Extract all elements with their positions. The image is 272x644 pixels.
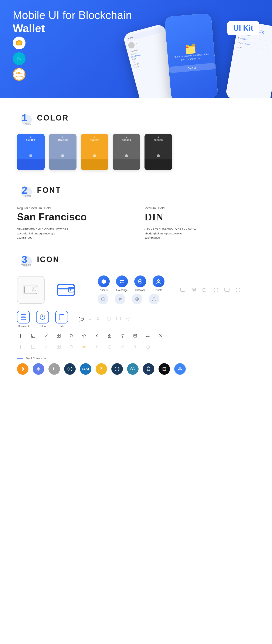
profile-icon-gray: [149, 294, 160, 304]
bubble-sm-icon: [116, 316, 121, 322]
misc-icons-col: i: [179, 286, 242, 293]
svg-text:i: i: [128, 318, 128, 320]
font-sf-upper: ABCDEFGHIJKLMNOPQRSTUVWXYZ: [17, 226, 128, 231]
svg-text:Z: Z: [100, 367, 103, 371]
management-label: Mangment: [18, 325, 29, 327]
nav-icons-row1: Assets Exchange: [98, 276, 164, 292]
svg-rect-40: [116, 317, 120, 320]
back-icon-gray: [94, 344, 100, 350]
order-label: Order: [59, 325, 64, 327]
chat-sm-icon: 💬: [78, 316, 84, 322]
color-swatch-gray-blue: #8DA0C8: [49, 134, 76, 170]
color-number: 1: [22, 113, 28, 123]
font-sf-meta: Regular ' Medium ' Bold: [17, 206, 128, 210]
svg-rect-10: [58, 284, 74, 296]
svg-point-21: [153, 298, 155, 299]
wallet-wireframe-icon: [17, 276, 44, 304]
icon-number-wrap: 3 THREE: [17, 252, 32, 267]
swap-icon: [144, 332, 151, 339]
svg-rect-29: [21, 314, 26, 316]
main-content: 1 ONE COLOR #3574FA #8DA0C8: [0, 98, 272, 400]
svg-rect-51: [57, 336, 58, 338]
assets-icon: [98, 276, 110, 287]
icon-grid-main: Assets Exchange: [17, 276, 255, 304]
phone-middle: 🗂️ Character may be mastered in the good…: [164, 13, 218, 98]
font-number: 2: [22, 185, 28, 195]
bubble-icon: [224, 286, 230, 293]
litecoin-icon: Ł: [48, 363, 60, 375]
circle-icon: [212, 286, 219, 293]
svg-rect-62: [32, 345, 35, 348]
search-icon-gray: [68, 344, 75, 350]
nav-icons-container: Assets Exchange: [94, 276, 164, 304]
stack-icon: [190, 286, 197, 293]
font-section-header: 2 TWO FONT: [17, 183, 255, 198]
wallet-color-icon: [53, 276, 81, 304]
refresh-icon-gray: [106, 344, 113, 350]
hero-section: Mobile UI for Blockchain Wallet UI Kit P…: [0, 0, 272, 98]
misc-small-icons: 💬 ≡ i: [78, 316, 131, 322]
svg-marker-55: [82, 334, 86, 338]
zcash-icon: Z: [96, 363, 107, 375]
management-icon: [17, 311, 30, 324]
svg-rect-65: [57, 347, 58, 348]
font-sf-name: San Francisco: [17, 211, 128, 223]
crystal-icon: [143, 363, 154, 375]
chat-icon: [179, 286, 186, 293]
svg-rect-50: [59, 334, 60, 336]
moon-sm-icon: [97, 316, 101, 322]
grid-coin-icon: [111, 363, 123, 375]
back-icon: [94, 332, 100, 339]
svg-rect-49: [57, 334, 58, 336]
svg-rect-33: [59, 314, 64, 320]
plus-icon-gray: [17, 344, 24, 350]
profile-label: Profile: [155, 289, 162, 292]
history-label: History: [39, 325, 46, 327]
svg-text:₿: ₿: [22, 367, 24, 371]
blockchain-label-row: BlockChain Icon: [17, 357, 255, 360]
nav-icons-row2: [98, 294, 164, 304]
font-din-meta: Medium ' Bold: [144, 206, 255, 210]
ui-kit-badge: UI Kit: [228, 21, 259, 35]
star-icon: [81, 332, 88, 339]
svg-text:i: i: [238, 288, 238, 292]
golem-icon: [158, 363, 170, 375]
svg-text:i: i: [148, 346, 148, 348]
discover-icon-gray: [132, 294, 142, 304]
crypto-icons-row: ₿ Ł DASH Z: [17, 363, 255, 375]
check-icon-gray: [42, 344, 49, 350]
info-sm-icon: i: [126, 316, 131, 322]
stack-sm-icon: ≡: [89, 316, 92, 321]
profile-icon: [152, 276, 164, 287]
svg-rect-11: [58, 284, 74, 289]
exchange-icon-gray: [115, 294, 126, 304]
upload-icon: [132, 332, 138, 339]
history-icon: [36, 311, 49, 324]
blockchain-label: BlockChain Icon: [26, 357, 46, 360]
assets-icon-gray: [98, 294, 108, 304]
svg-rect-22: [180, 288, 185, 292]
color-swatch-dark: #303030: [144, 134, 172, 170]
font-din-block: Medium ' Bold DIN ABCDEFGHIJKLMNOPQRSTUV…: [144, 206, 255, 239]
font-din-nums: 1234567890: [144, 236, 255, 239]
share-icon: [106, 332, 113, 339]
svg-rect-63: [57, 345, 58, 347]
search-icon: [68, 332, 75, 339]
sketch-badge: [13, 36, 26, 49]
star-icon-active: [81, 344, 88, 350]
waves-icon: [127, 363, 138, 375]
icon-section-header: 3 THREE ICON: [17, 252, 255, 267]
font-din-lower: abcdefghijklmnopqrstuvwxyz: [144, 231, 255, 236]
close-icon: [157, 332, 164, 339]
svg-rect-52: [59, 336, 60, 338]
bitcoin-icon: ₿: [17, 363, 28, 375]
color-swatches-container: #3574FA #8DA0C8 #F5A623: [17, 134, 255, 170]
check-icon: [42, 332, 49, 339]
svg-marker-69: [82, 345, 86, 348]
hero-badges: Ps 60+ Screens: [13, 36, 26, 81]
font-din-upper: ABCDEFGHIJKLMNOPQRSTUVWXYZ: [144, 226, 255, 231]
svg-marker-14: [102, 279, 106, 284]
close-icon-gray: [119, 344, 126, 350]
color-number-wrap: 1 ONE: [17, 110, 32, 126]
small-icons-row1: [17, 332, 255, 339]
